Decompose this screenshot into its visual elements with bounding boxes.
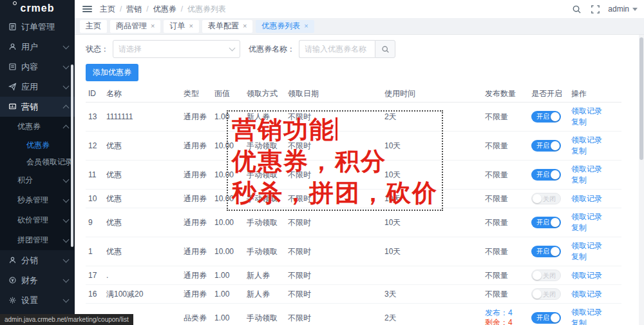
cell-method: 新人券 — [244, 266, 285, 285]
claim-records-link[interactable]: 领取记录 — [571, 271, 602, 280]
cell-id: 12 — [86, 132, 104, 161]
sidebar-scrollbar-thumb[interactable] — [71, 64, 73, 247]
sidebar-item[interactable]: 会员领取记录 — [0, 153, 75, 170]
claim-records-link[interactable]: 领取记录 — [571, 164, 602, 173]
copy-link[interactable]: 复制 — [571, 175, 587, 184]
sidebar-item[interactable]: 分销 — [0, 250, 75, 270]
cell-actions: 领取记录复制 — [569, 132, 621, 161]
chevron-down-icon — [63, 176, 70, 182]
enable-toggle[interactable]: 开启 — [531, 111, 561, 123]
finance-icon — [8, 276, 17, 284]
claim-records-link[interactable]: 领取记录 — [571, 194, 602, 203]
claim-records-link[interactable]: 领取记录 — [571, 290, 602, 299]
chevron-down-icon — [63, 276, 70, 282]
sidebar-item[interactable]: 秒杀管理 — [0, 190, 75, 210]
search-button[interactable] — [375, 40, 395, 58]
chevron-down-icon — [63, 63, 70, 69]
claim-records-link[interactable]: 领取记录 — [571, 135, 602, 144]
toggle-label: 关闭 — [543, 290, 556, 299]
coupon-name-input-group — [299, 40, 395, 58]
sidebar-item[interactable]: 应用 — [0, 77, 75, 97]
sidebar-item-label: 会员领取记录 — [26, 157, 73, 168]
open-tabs-bar: 主页商品管理×订单×表单配置×优惠券列表× — [75, 18, 644, 35]
copy-link[interactable]: 复制 — [571, 117, 587, 126]
topbar: 主页/营销/优惠券/优惠券列表 admin — [75, 0, 644, 18]
link-preview-statusbar: admin.java.crmeb.net/marketing/coupon/li… — [0, 314, 133, 325]
sidebar-item[interactable]: 内容 — [0, 57, 75, 77]
claim-records-link[interactable]: 领取记录 — [571, 308, 602, 317]
enable-toggle[interactable]: 开启 — [531, 140, 561, 152]
add-coupon-button[interactable]: 添加优惠券 — [86, 64, 138, 81]
enable-toggle[interactable]: 开启 — [531, 217, 561, 228]
content-icon — [8, 63, 17, 71]
copy-link[interactable]: 复制 — [571, 319, 587, 325]
cell-toggle: 开启 — [529, 103, 569, 132]
fullscreen-icon[interactable] — [591, 5, 600, 14]
toggle-label: 开启 — [536, 141, 549, 150]
sidebar-item[interactable]: 优惠券 — [0, 117, 75, 137]
tab-label: 商品管理 — [116, 21, 147, 32]
close-icon[interactable]: × — [151, 23, 155, 30]
status-select[interactable]: 请选择 — [113, 40, 240, 58]
sidebar-item-active[interactable]: 优惠券 — [0, 137, 75, 153]
sidebar-item[interactable]: 砍价管理 — [0, 210, 75, 230]
tab-item[interactable]: 订单× — [164, 20, 198, 33]
collapse-menu-icon[interactable] — [82, 5, 92, 14]
sidebar-item[interactable]: 财务 — [0, 270, 75, 290]
copy-link[interactable]: 复制 — [571, 252, 587, 261]
sidebar-item[interactable]: 拼团管理 — [0, 230, 75, 250]
cell-quantity: 不限量 — [482, 161, 529, 190]
toggle-label: 开启 — [536, 247, 549, 256]
cell-type: 通用券 — [181, 161, 212, 190]
sidebar-item[interactable]: 积分 — [0, 170, 75, 190]
breadcrumb-item[interactable]: 营销 — [126, 4, 142, 15]
copy-link[interactable]: 复制 — [571, 223, 587, 232]
cell-value: 10.00 — [212, 208, 244, 237]
sidebar-item-label: 积分 — [17, 175, 33, 186]
coupon-name-input[interactable] — [299, 40, 375, 58]
breadcrumb-item[interactable]: 主页 — [100, 4, 115, 15]
search-icon[interactable] — [572, 5, 582, 14]
column-header: 名称 — [104, 85, 181, 103]
copy-link[interactable]: 复制 — [571, 146, 587, 155]
cell-toggle: 开启 — [529, 304, 569, 325]
sidebar-item[interactable]: 订单管理 — [0, 17, 75, 37]
close-icon[interactable]: × — [304, 23, 308, 30]
column-header: 面值 — [212, 85, 244, 103]
breadcrumb-item[interactable]: 优惠券 — [153, 4, 176, 15]
cell-method: 手动领取 — [244, 237, 285, 266]
page-scrollbar[interactable] — [639, 35, 644, 325]
claim-records-link[interactable]: 领取记录 — [571, 241, 602, 250]
user-menu[interactable]: admin — [608, 5, 638, 14]
cell-time: 10天 — [382, 208, 482, 237]
enable-toggle[interactable]: 关闭 — [531, 288, 561, 300]
tab-item[interactable]: 表单配置× — [202, 20, 252, 33]
close-icon[interactable]: × — [189, 23, 193, 30]
cell-time: 2天 — [382, 304, 482, 325]
enable-toggle[interactable]: 关闭 — [531, 270, 561, 281]
breadcrumb-separator: / — [181, 5, 183, 14]
sidebar-item[interactable]: 用户 — [0, 37, 75, 57]
enable-toggle[interactable]: 开启 — [531, 169, 561, 181]
tab-item[interactable]: 商品管理× — [110, 20, 160, 33]
close-icon[interactable]: × — [243, 23, 247, 30]
cell-name: 优惠 — [104, 132, 181, 161]
sidebar-item[interactable]: 设置 — [0, 290, 75, 310]
enable-toggle[interactable]: 开启 — [531, 312, 561, 324]
toggle-knob — [551, 170, 560, 179]
chevron-up-icon — [63, 104, 70, 111]
tab-item[interactable]: 主页 — [80, 20, 107, 33]
column-header: 类型 — [181, 85, 212, 103]
sidebar-item[interactable]: 营销 — [0, 97, 75, 117]
cell-actions: 领取记录 — [569, 266, 621, 285]
cell-quantity: 不限量 — [482, 132, 529, 161]
enable-toggle[interactable]: 开启 — [531, 246, 561, 257]
page-scrollbar-thumb[interactable] — [639, 37, 643, 160]
column-header: ID — [86, 85, 104, 103]
claim-records-link[interactable]: 领取记录 — [571, 106, 602, 115]
sidebar-item-label: 应用 — [21, 81, 38, 93]
claim-records-link[interactable]: 领取记录 — [571, 212, 602, 221]
enable-toggle[interactable]: 关闭 — [531, 193, 561, 204]
table-row: 16满100减20通用券1.00新人券不限时3天不限量关闭领取记录 — [86, 285, 621, 304]
tab-active[interactable]: 优惠券列表× — [256, 20, 314, 33]
